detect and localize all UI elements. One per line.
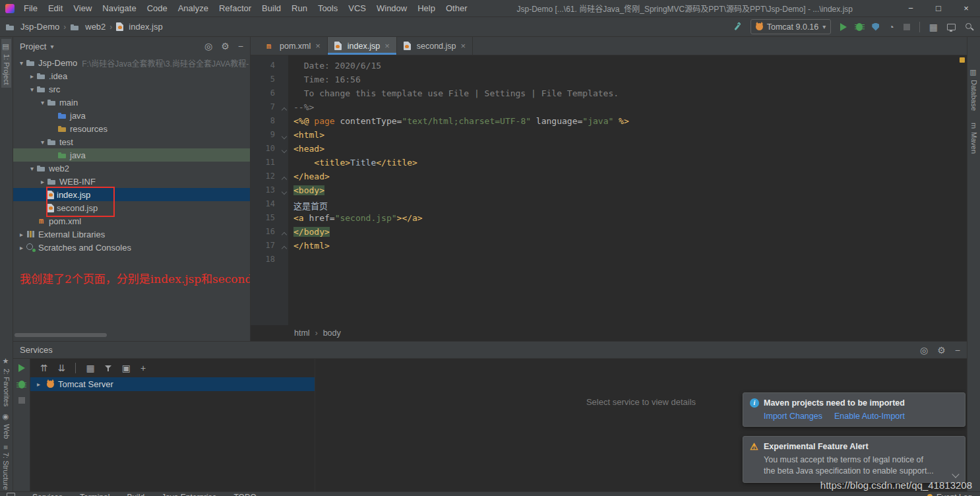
scroll-to-top-icon[interactable]: ⇈ xyxy=(40,363,48,373)
fold-start-icon[interactable] xyxy=(282,148,287,153)
menu-analyze[interactable]: Analyze xyxy=(173,3,214,13)
tree-item-java[interactable]: java xyxy=(13,109,250,122)
build-hammer-icon[interactable] xyxy=(733,22,741,31)
menu-file[interactable]: File xyxy=(18,3,43,13)
menu-run[interactable]: Run xyxy=(286,3,313,13)
statusbar-tab-services[interactable]: Services xyxy=(32,493,63,496)
menu-help[interactable]: Help xyxy=(412,3,441,13)
statusbar-tab-java-enterprise[interactable]: Java Enterprise xyxy=(162,493,216,496)
menu-window[interactable]: Window xyxy=(371,3,412,13)
breadcrumb-item-web2[interactable]: web2 xyxy=(70,22,106,32)
link-enable-auto-import[interactable]: Enable Auto-Import xyxy=(834,412,905,421)
chevron-down-icon[interactable]: ▾ xyxy=(28,165,36,172)
debug-button[interactable] xyxy=(856,23,863,31)
tomcat-server-node[interactable]: ▸ Tomcat Server xyxy=(30,377,315,391)
stop-button[interactable] xyxy=(18,397,25,404)
add-service-icon[interactable]: + xyxy=(140,363,146,373)
close-icon[interactable]: × xyxy=(384,41,390,51)
group-by-icon[interactable]: ▦ xyxy=(86,363,94,373)
fold-end-icon[interactable] xyxy=(282,246,287,251)
tool-windows-button[interactable] xyxy=(947,24,956,30)
menu-tools[interactable]: Tools xyxy=(313,3,343,13)
editor-code[interactable]: User: 16153 Date: 2020/6/15 Time: 16:56 … xyxy=(288,55,967,325)
tree-item-scratches-and-consoles[interactable]: ▸Scratches and Consoles xyxy=(13,241,250,254)
settings-gear-icon[interactable]: ⚙ xyxy=(221,42,230,51)
stripe-button-database[interactable]: ▥Database xyxy=(969,68,978,111)
chevron-right-icon[interactable]: ▸ xyxy=(17,244,26,251)
fold-start-icon[interactable] xyxy=(282,189,287,195)
menu-code[interactable]: Code xyxy=(142,3,173,13)
horizontal-scrollbar[interactable] xyxy=(15,333,107,337)
locate-file-button[interactable]: ◎ xyxy=(204,42,212,51)
tab-second-jsp[interactable]: second.jsp× xyxy=(397,37,473,55)
fold-end-icon[interactable] xyxy=(282,177,287,182)
editor[interactable]: 3456789101112131415161718 User: 16153 Da… xyxy=(251,55,967,325)
menu-edit[interactable]: Edit xyxy=(43,3,68,13)
tab-index-jsp[interactable]: index.jsp× xyxy=(328,37,397,55)
breadcrumb-item-index-jsp[interactable]: index.jsp xyxy=(116,22,162,32)
tree-item-main[interactable]: ▾main xyxy=(13,96,250,109)
menu-build[interactable]: Build xyxy=(257,3,286,13)
statusbar-tab-terminal[interactable]: Terminal xyxy=(80,493,109,496)
statusbar-tab-build[interactable]: Build xyxy=(127,493,144,496)
maximize-button[interactable]: □ xyxy=(925,0,952,16)
close-button[interactable]: × xyxy=(952,0,980,16)
tree-item-web2[interactable]: ▾web2 xyxy=(13,162,250,175)
breadcrumb-html[interactable]: html xyxy=(294,328,310,338)
close-icon[interactable]: × xyxy=(315,41,321,51)
debug-button[interactable] xyxy=(18,381,25,388)
inspection-indicator[interactable] xyxy=(960,57,965,63)
hide-panel-button[interactable]: − xyxy=(238,42,243,51)
fold-end-icon[interactable] xyxy=(282,232,287,237)
stripe-button-web[interactable]: ◉Web xyxy=(2,412,11,439)
chevron-right-icon[interactable]: ▸ xyxy=(38,178,47,185)
stripe-button-1-project[interactable]: ▤1: Project xyxy=(1,39,11,88)
chevron-right-icon[interactable]: ▸ xyxy=(34,381,43,388)
breadcrumb-item-jsp-demo[interactable]: Jsp-Demo xyxy=(5,22,59,32)
link-import-changes[interactable]: Import Changes xyxy=(764,412,822,421)
event-log-button[interactable]: Event Log xyxy=(927,493,972,496)
coverage-button[interactable] xyxy=(872,23,879,31)
menu-view[interactable]: View xyxy=(68,3,97,13)
filter-icon[interactable] xyxy=(105,365,112,372)
tab-pom-xml[interactable]: mpom.xml× xyxy=(257,37,328,55)
breadcrumb-body[interactable]: body xyxy=(323,328,341,338)
chevron-down-icon[interactable]: ▾ xyxy=(38,99,47,106)
fold-start-icon[interactable] xyxy=(282,134,287,139)
run-button[interactable] xyxy=(18,364,25,372)
tree-item-resources[interactable]: resources xyxy=(13,122,250,135)
tree-item-jsp-demo[interactable]: ▾Jsp-DemoF:\尚硅谷Java全套教程\3.尚硅谷全套JAVA教程- xyxy=(13,56,250,69)
run-config-selector[interactable]: Tomcat 9.0.16 ▾ xyxy=(750,19,832,34)
close-icon[interactable]: × xyxy=(461,41,466,51)
chevron-right-icon[interactable]: ▸ xyxy=(17,231,26,238)
show-in-window-icon[interactable]: ▣ xyxy=(122,363,131,373)
menu-other[interactable]: Other xyxy=(441,3,473,13)
tree-item-external-libraries[interactable]: ▸External Libraries xyxy=(13,228,250,241)
hide-panel-button[interactable]: − xyxy=(955,346,960,355)
profiler-button[interactable]: ◔ xyxy=(888,22,894,32)
tool-windows-button[interactable] xyxy=(7,493,15,496)
stop-button[interactable] xyxy=(903,24,910,30)
tree-item-java[interactable]: java xyxy=(13,148,250,162)
stripe-button-7-structure[interactable]: ≡7: Structure xyxy=(2,445,10,490)
chevron-down-icon[interactable]: ▾ xyxy=(28,86,36,93)
chevron-down-icon[interactable]: ▾ xyxy=(50,43,53,50)
statusbar-tab-todo[interactable]: TODO xyxy=(233,493,256,496)
scroll-to-bottom-icon[interactable]: ⇊ xyxy=(58,363,66,373)
search-everywhere-button[interactable] xyxy=(965,22,973,31)
layout-button[interactable]: ▦ xyxy=(929,22,938,32)
stripe-button-2-favorites[interactable]: ★2: Favorites xyxy=(2,357,11,406)
run-button[interactable] xyxy=(840,23,847,31)
settings-gear-icon[interactable]: ⚙ xyxy=(937,346,946,355)
tree-item-web-inf[interactable]: ▸WEB-INF xyxy=(13,175,250,188)
stripe-button-maven[interactable]: mMaven xyxy=(970,123,978,154)
tree-item-test[interactable]: ▾test xyxy=(13,135,250,148)
chevron-down-icon[interactable]: ▾ xyxy=(38,139,47,146)
panel-title[interactable]: Project xyxy=(20,42,46,51)
menu-navigate[interactable]: Navigate xyxy=(97,3,141,13)
menu-refactor[interactable]: Refactor xyxy=(214,3,257,13)
fold-end-icon[interactable] xyxy=(282,108,287,113)
locate-file-button[interactable]: ◎ xyxy=(920,346,928,355)
chevron-right-icon[interactable]: ▸ xyxy=(28,73,36,80)
tree-item-idea[interactable]: ▸.idea xyxy=(13,69,250,82)
